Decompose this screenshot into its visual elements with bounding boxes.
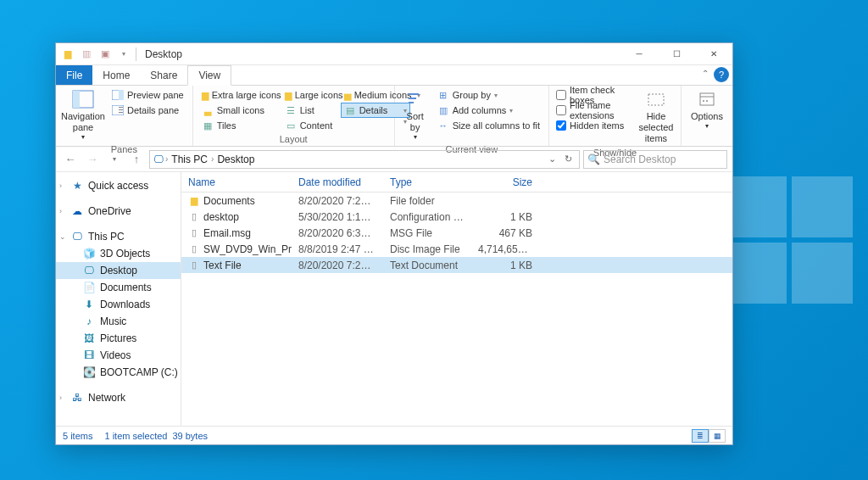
main-area: ›★Quick access ›☁OneDrive ⌄🖵This PC 🧊3D … — [56, 172, 732, 426]
addcolumns-button[interactable]: ▥Add columns▾ — [434, 103, 543, 118]
folder-icon: 🎞 — [83, 349, 95, 361]
ribbon-view: Navigation pane▾ Preview pane Details pa… — [56, 86, 732, 147]
tab-share[interactable]: Share — [140, 65, 187, 85]
sidebar-item-label: Documents — [100, 282, 152, 293]
minimize-button[interactable]: ─ — [620, 43, 658, 65]
sidebar-item-thispc[interactable]: ⌄🖵This PC — [56, 228, 181, 245]
close-button[interactable]: ✕ — [695, 43, 732, 65]
fileext-checkbox[interactable]: File name extensions — [554, 103, 633, 118]
maximize-button[interactable]: ☐ — [658, 43, 695, 65]
preview-pane-button[interactable]: Preview pane — [108, 87, 187, 103]
layout-content-label: Content — [300, 120, 333, 131]
hidden-checkbox[interactable]: Hidden items — [554, 118, 633, 133]
file-row[interactable]: ▯SW_DVD9_Win_Pro_10_...8/8/2019 2:47 PMD… — [181, 241, 732, 257]
nav-forward-button[interactable]: → — [83, 150, 102, 169]
view-thumbnails-button[interactable]: ▦ — [709, 429, 726, 443]
properties-icon[interactable]: ▥ — [80, 47, 93, 61]
svg-rect-5 — [119, 107, 123, 108]
sidebar-item-documents[interactable]: 📄Documents — [56, 279, 181, 296]
sidebar-item-quickaccess[interactable]: ›★Quick access — [56, 177, 181, 194]
sortby-button[interactable]: Sort by▾ — [400, 87, 431, 143]
nav-up-button[interactable]: ↑ — [127, 150, 146, 169]
tab-view[interactable]: View — [187, 65, 231, 86]
sidebar-item-pictures[interactable]: 🖼Pictures — [56, 330, 181, 347]
content-icon: ▭ — [285, 120, 297, 131]
tab-file[interactable]: File — [56, 65, 92, 85]
file-row[interactable]: ▯Email.msg8/20/2020 6:34 PMMSG File467 K… — [181, 225, 732, 241]
preview-pane-icon — [112, 89, 124, 101]
file-row[interactable]: ▯Text File8/20/2020 7:26 PMText Document… — [181, 257, 732, 273]
column-name[interactable]: Name — [181, 176, 292, 188]
hideselected-button[interactable]: Hide selected items — [637, 87, 676, 147]
file-size: 1 KB — [471, 260, 539, 271]
sidebar-item-downloads[interactable]: ⬇Downloads — [56, 296, 181, 313]
file-date: 8/8/2019 2:47 PM — [292, 243, 383, 255]
groupby-label: Group by — [453, 90, 491, 100]
sidebar-item-label: 3D Objects — [100, 248, 150, 260]
svg-rect-1 — [73, 91, 80, 108]
breadcrumb-box[interactable]: 🖵 › This PC › Desktop ⌄ ↻ — [149, 150, 580, 169]
extra-large-icons-icon: ▆ — [202, 89, 209, 101]
layout-content-button[interactable]: ▭Content — [281, 118, 341, 133]
sidebar-item-label: Pictures — [100, 332, 136, 344]
chevron-right-icon[interactable]: › — [59, 207, 62, 215]
qat-dropdown-icon[interactable]: ▾ — [117, 47, 131, 61]
column-size[interactable]: Size — [471, 176, 539, 188]
navigation-pane-button[interactable]: Navigation pane▾ — [61, 87, 105, 143]
sizeall-button[interactable]: ↔Size all columns to fit — [434, 118, 543, 133]
chevron-right-icon[interactable]: › — [211, 154, 214, 164]
refresh-icon[interactable]: ↻ — [561, 153, 576, 165]
options-button[interactable]: Options▾ — [687, 87, 727, 132]
tab-home[interactable]: Home — [92, 65, 140, 85]
sidebar-item-music[interactable]: ♪Music — [56, 313, 181, 330]
sizeall-label: Size all columns to fit — [453, 120, 540, 131]
sidebar-item-onedrive[interactable]: ›☁OneDrive — [56, 203, 181, 220]
nav-back-button[interactable]: ← — [61, 150, 80, 169]
ribbon-collapse-icon[interactable]: ⌃ — [702, 69, 709, 78]
address-dropdown-icon[interactable]: ⌄ — [545, 153, 559, 165]
file-type: Text Document — [383, 260, 471, 271]
breadcrumb-thispc[interactable]: This PC — [170, 153, 209, 165]
column-headers: Name Date modified Type Size — [181, 172, 732, 193]
sidebar-item-network[interactable]: ›🖧Network — [56, 389, 181, 406]
column-type[interactable]: Type — [383, 176, 471, 188]
sidebar-item-bootcamp-c-[interactable]: 💽BOOTCAMP (C:) — [56, 364, 181, 381]
nav-history-button[interactable]: ▾ — [105, 150, 124, 169]
file-explorer-window: ▆ ▥ ▣ ▾ Desktop ─ ☐ ✕ File Home Share Vi… — [55, 42, 733, 445]
sidebar-item-videos[interactable]: 🎞Videos — [56, 347, 181, 364]
chevron-right-icon[interactable]: › — [59, 181, 62, 190]
navigation-pane-icon — [71, 89, 95, 109]
details-pane-button[interactable]: Details pane — [108, 103, 187, 118]
view-details-button[interactable]: ≣ — [692, 429, 709, 443]
file-size: 467 KB — [471, 227, 539, 239]
chevron-right-icon[interactable]: › — [165, 154, 168, 164]
layout-extra-large-button[interactable]: ▆Extra large icons — [198, 87, 281, 103]
sidebar-item-3d-objects[interactable]: 🧊3D Objects — [56, 245, 181, 262]
navigation-pane-label: Navigation pane — [61, 111, 105, 133]
hideselected-label: Hide selected items — [638, 111, 674, 145]
cloud-icon: ☁ — [71, 205, 83, 217]
help-icon[interactable]: ? — [714, 67, 729, 82]
sidebar-item-desktop[interactable]: 🖵Desktop — [56, 262, 181, 279]
file-row[interactable]: ▯desktop5/30/2020 1:19 PMConfiguration s… — [181, 209, 732, 225]
groupby-button[interactable]: ⊞Group by▾ — [434, 87, 543, 103]
new-folder-icon[interactable]: ▣ — [98, 47, 112, 61]
layout-large-button[interactable]: ▆Large icons — [281, 87, 341, 103]
search-icon: 🔍 — [587, 153, 600, 165]
layout-small-button[interactable]: ▃Small icons — [198, 103, 281, 118]
file-icon: ▯ — [188, 211, 200, 223]
chevron-right-icon[interactable]: › — [59, 393, 62, 402]
status-size: 39 bytes — [172, 431, 208, 441]
layout-extra-large-label: Extra large icons — [212, 90, 281, 100]
breadcrumb-desktop[interactable]: Desktop — [215, 153, 256, 165]
layout-list-button[interactable]: ☰List — [281, 103, 341, 118]
search-input[interactable]: 🔍 Search Desktop — [583, 150, 727, 169]
sidebar-item-label: BOOTCAMP (C:) — [100, 366, 178, 378]
file-row[interactable]: ▆Documents8/20/2020 7:20 PMFile folder — [181, 193, 732, 209]
layout-tiles-button[interactable]: ▦Tiles — [198, 118, 281, 133]
column-date[interactable]: Date modified — [292, 176, 383, 188]
file-rows: ▆Documents8/20/2020 7:20 PMFile folder▯d… — [181, 193, 732, 426]
svg-rect-10 — [409, 102, 414, 103]
chevron-down-icon[interactable]: ⌄ — [59, 232, 66, 241]
svg-rect-12 — [700, 93, 714, 105]
